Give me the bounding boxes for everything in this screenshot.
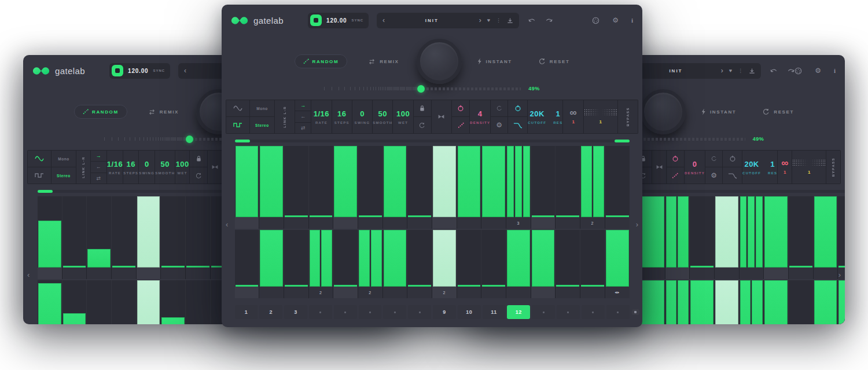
gate-bar[interactable] xyxy=(384,146,407,217)
gate-bar[interactable] xyxy=(764,280,788,324)
favorite-heart-icon[interactable]: ♥ xyxy=(729,68,732,74)
ratchet-cell[interactable] xyxy=(309,217,333,229)
gate-step[interactable] xyxy=(38,280,62,324)
gate-step[interactable] xyxy=(556,230,580,287)
density-power-button[interactable] xyxy=(667,151,684,167)
filter-curve-button[interactable] xyxy=(508,117,527,133)
page-next-chevron[interactable]: › xyxy=(838,270,841,279)
ratchet-cell[interactable] xyxy=(407,217,432,229)
gate-step[interactable] xyxy=(137,196,161,268)
gate-step[interactable] xyxy=(665,196,690,268)
direction-left-button[interactable]: ← xyxy=(295,111,311,122)
sync-label[interactable]: SYNC xyxy=(351,19,363,22)
favorite-heart-icon[interactable]: ♥ xyxy=(487,17,490,23)
gate-zero-level[interactable] xyxy=(482,285,505,287)
gate-bar[interactable] xyxy=(433,230,456,287)
cutoff-res-control[interactable]: 20K CUTOFF 1 RES xyxy=(742,151,777,184)
gate-bar[interactable] xyxy=(748,196,755,268)
stereo-button[interactable]: Stereo xyxy=(52,167,76,184)
ratchet-cell[interactable] xyxy=(333,287,358,298)
preset-prev-button[interactable]: ‹ xyxy=(382,16,385,24)
step-number[interactable]: · xyxy=(408,305,431,319)
gate-step[interactable] xyxy=(506,230,531,287)
density-power-button[interactable] xyxy=(452,100,469,116)
random-button[interactable]: RANDOM xyxy=(295,54,348,68)
direction-pingpong-button[interactable]: ⇄ xyxy=(295,123,311,133)
gate-bar[interactable] xyxy=(260,146,283,217)
save-preset-icon[interactable] xyxy=(507,17,513,24)
filter-curve-button[interactable] xyxy=(723,167,742,184)
ratchet-cell[interactable] xyxy=(789,268,813,279)
ratchet-cell[interactable]: ◂▸ xyxy=(605,287,630,298)
preset-next-button[interactable]: › xyxy=(479,16,481,24)
gate-step[interactable] xyxy=(259,230,284,287)
ratchet-cell[interactable] xyxy=(186,268,210,279)
square-wave-button[interactable] xyxy=(28,167,51,184)
gate-bar[interactable] xyxy=(507,146,514,217)
dice-button[interactable] xyxy=(652,151,666,184)
gate-step[interactable] xyxy=(333,146,358,217)
ratchet-cell[interactable] xyxy=(284,217,308,229)
morph-slider[interactable] xyxy=(324,85,521,93)
gate-step[interactable] xyxy=(506,146,531,217)
gate-step[interactable] xyxy=(383,146,408,217)
gate-bar[interactable] xyxy=(606,230,629,287)
gate-step[interactable] xyxy=(432,146,457,217)
ratchet-cell[interactable] xyxy=(407,287,432,298)
slider-thumb[interactable] xyxy=(417,85,425,93)
gate-step[interactable] xyxy=(605,146,630,217)
gate-bar[interactable] xyxy=(641,196,664,268)
direction-right-button[interactable]: → xyxy=(91,151,106,161)
info-icon[interactable]: i xyxy=(834,67,836,74)
density-control[interactable]: 0 DENSITY xyxy=(685,151,705,184)
gate-bar[interactable] xyxy=(161,317,185,324)
ratchet-cell[interactable] xyxy=(284,287,308,298)
gate-bar[interactable] xyxy=(593,146,604,217)
density-control[interactable]: 4 DENSITY xyxy=(470,100,490,133)
step-number[interactable]: · xyxy=(309,305,332,319)
gate-step[interactable] xyxy=(789,280,814,324)
gate-step[interactable] xyxy=(284,230,309,287)
gate-zero-level[interactable] xyxy=(408,285,431,287)
ratchet-cell[interactable] xyxy=(383,287,407,298)
tap-tempo-button[interactable] xyxy=(310,14,322,26)
gate-step[interactable] xyxy=(407,230,432,287)
step-number[interactable]: · xyxy=(557,305,580,319)
gate-bar[interactable] xyxy=(137,196,160,268)
filter-power-button[interactable] xyxy=(723,151,742,167)
gate-step[interactable] xyxy=(62,280,87,324)
smooth-control[interactable]: 50 SMOOTH xyxy=(373,100,392,133)
gate-bar[interactable] xyxy=(641,280,664,324)
step-number[interactable]: 9 xyxy=(433,305,456,319)
ratchet-cell[interactable] xyxy=(580,287,605,298)
gate-zero-level[interactable] xyxy=(458,285,481,287)
gate-bar[interactable] xyxy=(507,230,530,287)
ratchet-cell[interactable] xyxy=(740,268,764,279)
gate-zero-level[interactable] xyxy=(606,215,629,217)
ratchet-cell[interactable] xyxy=(161,268,185,279)
wet-control[interactable]: 100 WET xyxy=(175,151,189,184)
step-number[interactable]: 2 xyxy=(259,305,282,319)
gate-step[interactable] xyxy=(814,280,838,324)
gate-step[interactable] xyxy=(432,230,457,287)
gate-step[interactable] xyxy=(235,230,260,287)
gate-step[interactable] xyxy=(309,230,334,287)
ratchet-cell[interactable] xyxy=(457,287,481,298)
loop-end-handle[interactable] xyxy=(615,140,630,142)
lock-button[interactable] xyxy=(414,100,431,116)
gate-zero-level[interactable] xyxy=(112,266,135,268)
gate-step[interactable] xyxy=(838,196,845,268)
ratchet-cell[interactable]: 3 xyxy=(506,217,531,229)
gate-bar[interactable] xyxy=(666,280,677,324)
gate-bar[interactable] xyxy=(433,146,456,217)
link-lr-button[interactable]: LINK L-R xyxy=(76,151,90,184)
mono-button[interactable]: Mono xyxy=(52,151,76,167)
ratchet-cell[interactable] xyxy=(383,217,407,229)
filter-refresh-button[interactable] xyxy=(491,100,507,116)
gate-bar[interactable] xyxy=(740,280,751,324)
ratchet-cell[interactable] xyxy=(62,268,87,279)
gate-bar[interactable] xyxy=(715,196,738,268)
ratchet-cell[interactable] xyxy=(481,287,506,298)
reset-button[interactable]: RESET xyxy=(763,108,794,115)
gate-bar[interactable] xyxy=(38,221,61,268)
